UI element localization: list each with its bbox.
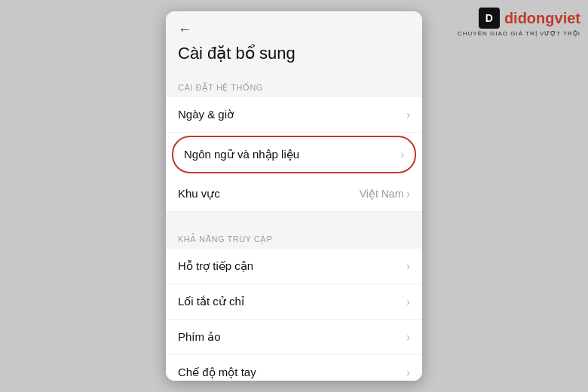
menu-item-language-label: Ngôn ngữ và nhập liệu (184, 148, 299, 161)
menu-item-language-right: › (400, 149, 404, 161)
chevron-icon-one-hand: › (406, 366, 410, 378)
section-system-label: CÀI ĐẶT HỆ THỐNG (166, 72, 422, 97)
brand-icon: D (479, 8, 500, 29)
menu-item-region-label: Khu vực (178, 187, 220, 201)
menu-item-language[interactable]: Ngôn ngữ và nhập liệu › (172, 136, 416, 173)
menu-item-accessibility[interactable]: Hỗ trợ tiếp cận › (166, 249, 422, 284)
menu-item-gestures-label: Lối tắt cử chỉ (178, 295, 244, 308)
section-access-label: KHẢ NĂNG TRUY CẬP (166, 224, 422, 249)
brand-tagline: CHUYÊN GIAO GIÁ TRỊ VƯỢT TRỘI (458, 30, 580, 37)
menu-item-one-hand-right: › (406, 366, 410, 378)
menu-item-virtual-keyboard-right: › (406, 331, 410, 343)
chevron-icon: › (406, 109, 410, 121)
chevron-icon-virtual-keyboard: › (406, 331, 410, 343)
page-title: Cài đặt bổ sung (166, 44, 422, 72)
section-gap (166, 212, 422, 224)
chevron-icon-gestures: › (406, 296, 410, 308)
menu-item-one-hand[interactable]: Chế độ một tay › (166, 355, 422, 381)
chevron-icon-language: › (400, 149, 404, 161)
back-button[interactable]: ← (178, 22, 191, 38)
top-bar: ← (166, 11, 422, 44)
chevron-icon-accessibility: › (406, 260, 410, 272)
menu-item-date-time[interactable]: Ngày & giờ › (166, 97, 422, 133)
brand-name-prefix: di (504, 10, 518, 26)
menu-item-virtual-keyboard[interactable]: Phím ảo › (166, 320, 422, 355)
brand-icon-text: D (485, 12, 493, 24)
menu-item-date-time-label: Ngày & giờ (178, 108, 234, 121)
menu-item-accessibility-right: › (406, 260, 410, 272)
phone-screen: ← Cài đặt bổ sung CÀI ĐẶT HỆ THỐNG Ngày … (166, 11, 422, 381)
menu-item-gestures[interactable]: Lối tắt cử chỉ › (166, 284, 422, 320)
menu-item-one-hand-label: Chế độ một tay (178, 366, 256, 379)
section-access-items: Hỗ trợ tiếp cận › Lối tắt cử chỉ › Phím … (166, 249, 422, 381)
menu-item-accessibility-label: Hỗ trợ tiếp cận (178, 259, 253, 273)
brand-name-suffix: dongviet (518, 10, 580, 26)
content-area: CÀI ĐẶT HỆ THỐNG Ngày & giờ › Ngôn ngữ v… (166, 72, 422, 381)
menu-item-region-right: Việt Nam › (360, 188, 410, 200)
brand-name: didongviet (504, 10, 580, 27)
menu-item-date-time-right: › (406, 109, 410, 121)
menu-item-region-sub: Việt Nam (360, 188, 404, 200)
section-system-items: Ngày & giờ › Ngôn ngữ và nhập liệu › Khu… (166, 97, 422, 212)
menu-item-gestures-right: › (406, 296, 410, 308)
menu-item-virtual-keyboard-label: Phím ảo (178, 330, 221, 344)
chevron-icon-region: › (406, 188, 410, 200)
menu-item-region[interactable]: Khu vực Việt Nam › (166, 176, 422, 212)
brand-logo: D didongviet CHUYÊN GIAO GIÁ TRỊ VƯỢT TR… (458, 8, 580, 37)
